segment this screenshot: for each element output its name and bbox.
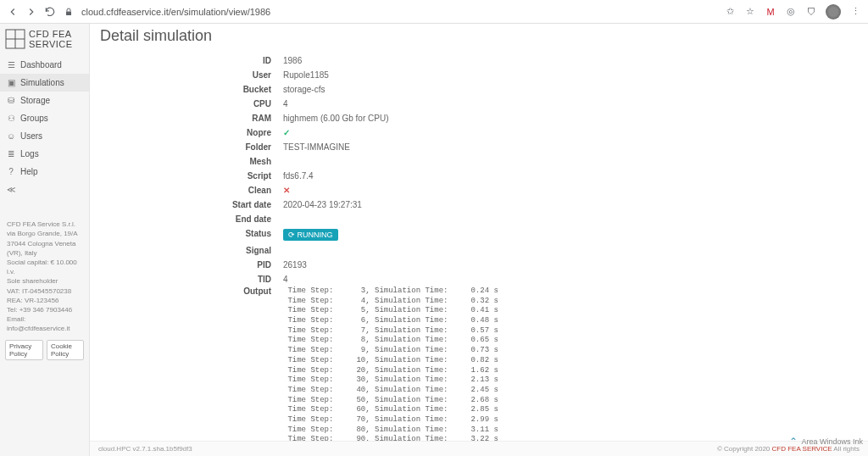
svg-rect-0 [66, 11, 71, 15]
value-user: Rupole1185 [283, 70, 329, 80]
lock-icon [63, 6, 75, 18]
label-ram: RAM [100, 114, 283, 123]
logo-line2: SERVICE [29, 39, 73, 49]
label-script: Script [100, 171, 283, 181]
help-icon: ? [7, 168, 15, 176]
sidebar-label: Dashboard [20, 60, 62, 70]
shield-icon[interactable]: ⛉ [805, 6, 817, 18]
logo-mark-icon [5, 29, 25, 49]
label-status: Status [100, 229, 283, 241]
label-clean: Clean [100, 186, 283, 195]
reload-browser-button[interactable] [44, 6, 56, 18]
cookie-policy-button[interactable]: Cookie Policy [47, 340, 84, 360]
label-user: User [100, 70, 283, 80]
value-pid: 26193 [283, 260, 307, 270]
chevron-left-icon: ≪ [7, 185, 15, 193]
value-nopre: ✓ [283, 128, 290, 137]
back-browser-button[interactable] [7, 6, 19, 18]
label-bucket: Bucket [100, 85, 283, 94]
sidebar-item-dashboard[interactable]: ☰Dashboard [0, 56, 89, 74]
logo-line1: CFD FEA [29, 29, 72, 39]
sidebar-item-help[interactable]: ?Help [0, 163, 89, 181]
label-cpu: CPU [100, 99, 283, 108]
output-text: Time Step: 3, Simulation Time: 0.24 s Ti… [283, 286, 498, 456]
sidebar: CFD FEASERVICE ☰Dashboard ▣Simulations ⛁… [0, 24, 90, 456]
sidebar-item-simulations[interactable]: ▣Simulations [0, 74, 89, 92]
sidebar-label: Groups [20, 114, 48, 123]
sidebar-item-logs[interactable]: ≣Logs [0, 145, 89, 163]
company-info: CFD FEA Service S.r.l. via Borgo Grande,… [0, 213, 89, 340]
label-signal: Signal [100, 246, 283, 255]
check-icon: ✓ [283, 128, 290, 137]
forward-browser-button[interactable] [25, 6, 37, 18]
page-title: Detail simulation [100, 27, 858, 45]
label-enddate: End date [100, 214, 283, 224]
storage-icon: ⛁ [7, 97, 15, 105]
sidebar-item-collapse[interactable]: ≪ [0, 181, 89, 197]
sidebar-label: Users [20, 131, 42, 141]
extension-icon[interactable]: ◎ [785, 6, 797, 18]
footer-version: cloud.HPC v2.7.1.sha.1b5f9df3 [98, 445, 192, 453]
value-bucket: storage-cfs [283, 85, 325, 94]
label-startdate: Start date [100, 200, 283, 209]
value-cpu: 4 [283, 99, 288, 108]
sidebar-label: Simulations [20, 78, 64, 87]
gmail-icon[interactable]: M [765, 6, 776, 18]
value-id: 1986 [283, 56, 302, 65]
value-clean: ✕ [283, 186, 290, 195]
status-badge: ⟳ RUNNING [283, 229, 338, 241]
value-startdate: 2020-04-23 19:27:31 [283, 200, 362, 209]
privacy-policy-button[interactable]: Privacy Policy [5, 340, 43, 360]
sidebar-item-users[interactable]: ☺Users [0, 127, 89, 145]
groups-icon: ⚇ [7, 114, 15, 123]
dashboard-icon: ☰ [7, 61, 15, 70]
sidebar-item-groups[interactable]: ⚇Groups [0, 109, 89, 127]
value-ram: highmem (6.00 Gb for CPU) [283, 114, 389, 123]
value-folder: TEST-IMMAGINE [283, 142, 350, 152]
chevron-up-icon: ⌃ [789, 436, 798, 448]
menu-icon[interactable]: ⋮ [849, 6, 861, 18]
url-bar[interactable]: cloud.cfdfeaservice.it/en/simulation/vie… [81, 7, 717, 17]
sidebar-label: Logs [20, 149, 39, 158]
main-content: Detail simulation ID1986 UserRupole1185 … [90, 24, 868, 456]
label-tid: TID [100, 275, 283, 284]
star-icon[interactable]: ☆ [744, 6, 756, 18]
sidebar-label: Help [20, 167, 38, 176]
label-id: ID [100, 56, 283, 65]
windows-ink-hint: ⌃Area Windows Ink [789, 436, 863, 448]
browser-toolbar: cloud.cfdfeaservice.it/en/simulation/vie… [0, 0, 868, 24]
logo: CFD FEASERVICE [0, 24, 89, 56]
users-icon: ☺ [7, 132, 15, 141]
value-script: fds6.7.4 [283, 171, 314, 181]
value-status: ⟳ RUNNING [283, 229, 338, 241]
sidebar-item-storage[interactable]: ⛁Storage [0, 92, 89, 109]
cross-icon: ✕ [283, 186, 290, 195]
logs-icon: ≣ [7, 150, 15, 158]
sidebar-label: Storage [20, 96, 50, 105]
simulations-icon: ▣ [7, 79, 15, 87]
label-folder: Folder [100, 142, 283, 152]
footer: cloud.HPC v2.7.1.sha.1b5f9df3 © Copyrigh… [90, 441, 868, 456]
label-output: Output [100, 286, 283, 456]
label-nopre: Nopre [100, 128, 283, 137]
avatar[interactable] [826, 4, 841, 19]
label-pid: PID [100, 260, 283, 270]
pin-icon[interactable]: ✩ [724, 6, 736, 18]
label-mesh: Mesh [100, 157, 283, 166]
value-tid: 4 [283, 275, 288, 284]
